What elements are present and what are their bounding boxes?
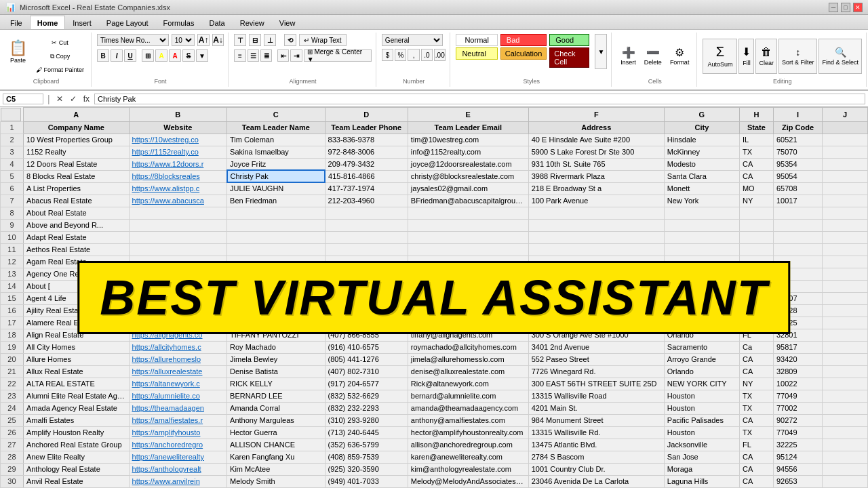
cell-city[interactable]: Moraga <box>664 463 739 475</box>
cell-state[interactable]: State <box>739 121 773 134</box>
cell-team-leader-email[interactable]: joyce@12doorsrealestate.com <box>408 158 528 170</box>
cell-state[interactable]: MO <box>739 182 773 195</box>
cell-extra[interactable] <box>823 146 868 158</box>
underline-button[interactable]: U <box>124 49 136 62</box>
cell-zip-code[interactable]: 65708 <box>773 182 822 195</box>
cell-company-name[interactable]: 8 Blocks Real Estate <box>23 170 129 182</box>
cell-address[interactable]: 40 E Hinsdale Ave Suite #200 <box>528 134 664 146</box>
cell-team-leader-email[interactable] <box>408 280 528 292</box>
cell-state[interactable] <box>739 219 773 231</box>
cell-company-name[interactable]: Agent 4 Life <box>23 292 129 304</box>
cell-team-leader-phone[interactable]: 833-836-9378 <box>325 134 408 146</box>
cell-website[interactable] <box>129 280 227 292</box>
cell-extra[interactable] <box>823 243 868 256</box>
cell-extra[interactable] <box>823 365 868 378</box>
cell-extra[interactable] <box>823 451 868 463</box>
style-check-cell-button[interactable]: Check Cell <box>549 47 589 68</box>
cell-team-leader-email[interactable] <box>408 243 528 256</box>
cell-team-leader-name[interactable]: Roy Machado <box>227 341 326 353</box>
cell-zip-code[interactable]: 10022 <box>773 378 822 390</box>
font-name-select[interactable]: Times New Ro... <box>97 34 169 46</box>
cell-zip-code[interactable]: 92653 <box>773 475 822 487</box>
tab-page-layout[interactable]: Page Layout <box>99 16 156 29</box>
cell-team-leader-phone[interactable] <box>325 231 408 243</box>
cell-state[interactable]: TX <box>739 146 773 158</box>
font-color-button[interactable]: A <box>169 49 181 62</box>
cell-website[interactable]: https://alignagents.co <box>129 329 227 341</box>
bold-button[interactable]: B <box>97 49 109 62</box>
cell-extra[interactable] <box>823 353 868 365</box>
cell-extra[interactable] <box>823 414 868 426</box>
cell-company-name[interactable]: 10 West Properties Group <box>23 134 129 146</box>
cell-state[interactable]: IL <box>739 134 773 146</box>
cell-team-leader-name[interactable]: Alexander Narodny <box>227 317 326 329</box>
cell-extra[interactable] <box>823 463 868 475</box>
cell-city[interactable] <box>664 280 739 292</box>
tab-file[interactable]: File <box>3 16 30 29</box>
cell-team-leader-email[interactable]: christy@8blocksrealestate.com <box>408 170 528 182</box>
cell-team-leader-name[interactable]: Gene Quissiem <box>227 304 326 317</box>
cell-company-name[interactable]: Ajility Real Estate <box>23 304 129 317</box>
cell-team-leader-email[interactable] <box>408 207 528 219</box>
cell-team-leader-name[interactable]: Karen Fangfang Xu <box>227 451 326 463</box>
cell-zip-code[interactable]: 75070 <box>773 146 822 158</box>
close-button[interactable]: ✕ <box>853 3 863 12</box>
cell-zip-code[interactable] <box>773 268 822 280</box>
cell-address[interactable]: 100 Park Avenue <box>528 195 664 207</box>
cell-team-leader-email[interactable] <box>408 219 528 231</box>
cell-zip-code[interactable] <box>773 243 822 256</box>
cell-team-leader-name[interactable]: RICK KELLY <box>227 378 326 390</box>
cell-state[interactable] <box>739 231 773 243</box>
cell-state[interactable]: CA <box>739 158 773 170</box>
cell-address[interactable]: 23046 Avenida De La Carlota <box>528 475 664 487</box>
cell-company-name[interactable]: Abacus Real Estate <box>23 195 129 207</box>
cell-company-name[interactable]: About Real Estate <box>23 207 129 219</box>
cell-city[interactable] <box>664 219 739 231</box>
cell-zip-code[interactable]: 77049 <box>773 426 822 439</box>
cell-city[interactable]: Orlando <box>664 365 739 378</box>
cell-company-name[interactable]: About [ <box>23 280 129 292</box>
cell-website[interactable]: Website <box>129 121 227 134</box>
col-header-e[interactable]: E <box>408 108 528 122</box>
cell-website[interactable]: https://1152realty.co <box>129 146 227 158</box>
cell-city[interactable]: Hinsdale <box>664 134 739 146</box>
paste-button[interactable]: 📋 Paste <box>5 34 31 69</box>
sort-filter-button[interactable]: ↕ Sort & Filter <box>778 39 818 74</box>
cell-team-leader-email[interactable] <box>408 256 528 268</box>
cell-website[interactable] <box>129 256 227 268</box>
cell-company-name[interactable]: Above and Beyond R... <box>23 219 129 231</box>
cell-address[interactable]: 5900 S Lake Forest Dr Ste 300 <box>528 146 664 158</box>
cell-team-leader-email[interactable]: denise@alluxrealestate.com <box>408 365 528 378</box>
cell-extra[interactable] <box>823 170 868 182</box>
cell-zip-code[interactable]: 32801 <box>773 329 822 341</box>
cell-team-leader-name[interactable]: Kim McAtee <box>227 463 326 475</box>
cell-city[interactable]: San Francisco <box>664 292 739 304</box>
font-more-button[interactable]: ▼ <box>196 49 208 62</box>
cell-company-name[interactable]: Amplify Houston Realty <box>23 426 129 439</box>
cell-extra[interactable] <box>823 304 868 317</box>
col-header-b[interactable]: B <box>129 108 227 122</box>
cell-city[interactable]: Rohnert Park <box>664 304 739 317</box>
cell-address[interactable]: 1001 Country Club Dr. <box>528 463 664 475</box>
cell-extra[interactable] <box>823 134 868 146</box>
decrease-font-button[interactable]: A↓ <box>212 34 224 46</box>
cell-extra[interactable] <box>823 378 868 390</box>
cell-team-leader-phone[interactable]: 209-479-3432 <box>325 158 408 170</box>
cell-address[interactable] <box>528 207 664 219</box>
cell-city[interactable]: Pacific Palisades <box>664 414 739 426</box>
tab-home[interactable]: Home <box>30 16 66 29</box>
align-middle-button[interactable]: ⊟ <box>249 34 261 46</box>
cell-team-leader-phone[interactable] <box>325 207 408 219</box>
cell-extra[interactable] <box>823 329 868 341</box>
cell-company-name[interactable]: Anew Elite Realty <box>23 451 129 463</box>
cell-team-leader-name[interactable]: Tim Coleman <box>227 134 326 146</box>
cell-state[interactable]: CA <box>739 353 773 365</box>
cell-company-name[interactable]: 12 Doors Real Estate <box>23 158 129 170</box>
cell-extra[interactable] <box>823 439 868 451</box>
cell-city[interactable]: Laguna Hills <box>664 475 739 487</box>
cell-team-leader-name[interactable] <box>227 280 326 292</box>
cell-extra[interactable] <box>823 219 868 231</box>
style-good-button[interactable]: Good <box>549 34 589 46</box>
cell-team-leader-name[interactable]: ALLISON CHANCE <box>227 439 326 451</box>
cell-website[interactable]: https://altanewyork.c <box>129 378 227 390</box>
